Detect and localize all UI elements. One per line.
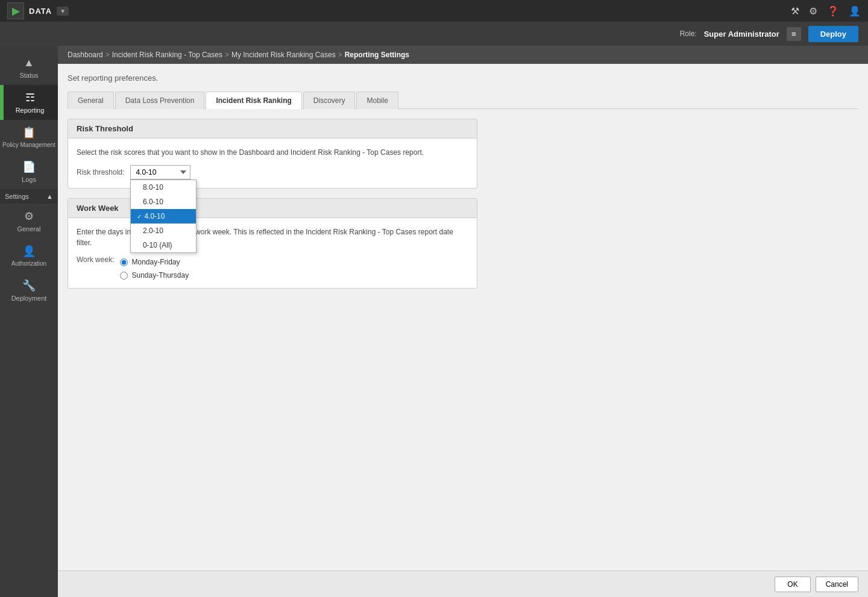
reporting-icon: ☶: [25, 91, 35, 104]
settings-label: Settings: [5, 193, 29, 200]
radio-sunday-thursday-label: Sunday-Thursday: [131, 271, 189, 280]
policy-icon: 📋: [22, 126, 36, 139]
risk-threshold-field-row: Risk threshold: 8.0-10 6.0-10 4.0-10 2.0…: [77, 165, 468, 180]
sidebar-item-general[interactable]: ⚙ General: [0, 204, 58, 239]
radio-sunday-thursday-input[interactable]: [120, 272, 128, 280]
logs-icon: 📄: [22, 160, 36, 173]
radio-monday-friday[interactable]: Monday-Friday: [120, 258, 189, 266]
role-bar: Role: Super Administrator ≡ Deploy: [0, 22, 868, 46]
risk-threshold-section: Risk Threshold Select the risk scores th…: [68, 119, 477, 189]
deployment-icon: 🔧: [22, 279, 36, 292]
option-label-8: 8.0-10: [143, 183, 163, 192]
tabs-bar: General Data Loss Prevention Incident Ri…: [68, 91, 858, 109]
top-bar-right: ⚒ ⚙ ❓ 👤: [791, 5, 861, 17]
check-icon-4: ✓: [137, 213, 142, 220]
role-icon-button[interactable]: ≡: [787, 27, 801, 41]
breadcrumb: Dashboard > Incident Risk Ranking - Top …: [58, 46, 868, 64]
page-subtitle: Set reporting preferences.: [68, 73, 858, 83]
tab-incident-risk-ranking[interactable]: Incident Risk Ranking: [206, 92, 301, 109]
risk-threshold-header: Risk Threshold: [68, 119, 477, 139]
risk-threshold-body: Select the risk scores that you want to …: [68, 139, 477, 188]
app-logo: ▶: [7, 2, 24, 19]
deploy-button[interactable]: Deploy: [808, 26, 858, 42]
app-dropdown-arrow[interactable]: ▼: [57, 7, 69, 16]
main-layout: ▲ Status ☶ Reporting 📋 Policy Management…: [0, 46, 868, 597]
tab-dlp[interactable]: Data Loss Prevention: [115, 92, 205, 109]
tools-icon[interactable]: ⚒: [791, 5, 799, 17]
sidebar-item-status[interactable]: ▲ Status: [0, 51, 58, 85]
option-label-4: 4.0-10: [144, 212, 165, 220]
breadcrumb-my-irr-cases[interactable]: My Incident Risk Ranking Cases: [231, 51, 336, 59]
radio-monday-friday-label: Monday-Friday: [131, 258, 180, 266]
breadcrumb-reporting-settings: Reporting Settings: [345, 51, 409, 59]
cancel-button[interactable]: Cancel: [816, 577, 858, 592]
user-icon[interactable]: 👤: [849, 5, 861, 17]
top-bar-left: ▶ DATA ▼: [7, 2, 69, 19]
work-week-section: Work Week Enter the days in your organiz…: [68, 198, 477, 289]
settings-icon[interactable]: ⚙: [809, 5, 817, 17]
radio-sunday-thursday[interactable]: Sunday-Thursday: [120, 271, 189, 280]
work-week-label: Work week:: [77, 255, 114, 264]
sidebar-item-logs[interactable]: 📄 Logs: [0, 154, 58, 189]
risk-threshold-dropdown-menu: 8.0-10 6.0-10 ✓ 4.0-10: [130, 180, 197, 253]
breadcrumb-irr-top-cases[interactable]: Incident Risk Ranking - Top Cases: [112, 51, 222, 59]
status-icon: ▲: [24, 57, 34, 69]
settings-collapse-icon[interactable]: ▲: [46, 193, 53, 200]
tab-mobile[interactable]: Mobile: [356, 92, 398, 109]
risk-threshold-label: Risk threshold:: [77, 168, 124, 177]
help-icon[interactable]: ❓: [827, 5, 839, 17]
work-week-header: Work Week: [68, 199, 477, 218]
authorization-icon: 👤: [22, 245, 36, 258]
breadcrumb-sep-2: >: [225, 51, 229, 59]
radio-monday-friday-input[interactable]: [120, 258, 128, 266]
work-week-radio-group: Monday-Friday Sunday-Thursday: [120, 258, 189, 280]
tab-general[interactable]: General: [68, 92, 114, 109]
top-bar: ▶ DATA ▼ ⚒ ⚙ ❓ 👤: [0, 0, 868, 22]
breadcrumb-dashboard[interactable]: Dashboard: [68, 51, 103, 59]
risk-threshold-dropdown-wrapper: 8.0-10 6.0-10 4.0-10 2.0-10 0-10 (All): [130, 165, 190, 180]
settings-section-header: Settings ▲: [0, 189, 58, 204]
general-icon: ⚙: [24, 210, 34, 223]
app-name: DATA: [29, 7, 52, 16]
dropdown-option-4[interactable]: ✓ 4.0-10: [131, 209, 196, 223]
check-icon-8: [137, 184, 140, 191]
role-name: Super Administrator: [704, 30, 779, 39]
check-icon-6: [137, 199, 140, 205]
work-week-field-row: Work week: Monday-Friday Sunday-Thursday: [77, 255, 468, 280]
sidebar-item-policy-management[interactable]: 📋 Policy Management: [0, 120, 58, 154]
work-week-body: Enter the days in your organization's wo…: [68, 218, 477, 288]
option-label-2: 2.0-10: [143, 227, 163, 235]
content-area: Dashboard > Incident Risk Ranking - Top …: [58, 46, 868, 597]
breadcrumb-sep-3: >: [338, 51, 342, 59]
bottom-bar: OK Cancel: [58, 570, 868, 597]
breadcrumb-sep-1: >: [105, 51, 110, 59]
sidebar-item-reporting[interactable]: ☶ Reporting: [0, 85, 58, 120]
tab-discovery[interactable]: Discovery: [303, 92, 356, 109]
dropdown-option-2[interactable]: 2.0-10: [131, 223, 196, 238]
sidebar-item-deployment[interactable]: 🔧 Deployment: [0, 273, 58, 308]
risk-threshold-description: Select the risk scores that you want to …: [77, 147, 468, 158]
check-icon-all: [137, 242, 140, 249]
sidebar: ▲ Status ☶ Reporting 📋 Policy Management…: [0, 46, 58, 597]
sidebar-item-authorization[interactable]: 👤 Authorization: [0, 239, 58, 273]
dropdown-option-6[interactable]: 6.0-10: [131, 195, 196, 209]
logo-icon: ▶: [12, 5, 19, 17]
option-label-6: 6.0-10: [143, 198, 163, 206]
dropdown-option-all[interactable]: 0-10 (All): [131, 238, 196, 252]
dropdown-option-8[interactable]: 8.0-10: [131, 180, 196, 195]
ok-button[interactable]: OK: [775, 577, 810, 592]
risk-threshold-select[interactable]: 8.0-10 6.0-10 4.0-10 2.0-10 0-10 (All): [130, 165, 190, 180]
page-content: Set reporting preferences. General Data …: [58, 64, 868, 570]
check-icon-2: [137, 228, 140, 234]
role-label: Role:: [680, 30, 697, 38]
option-label-all: 0-10 (All): [143, 241, 172, 249]
